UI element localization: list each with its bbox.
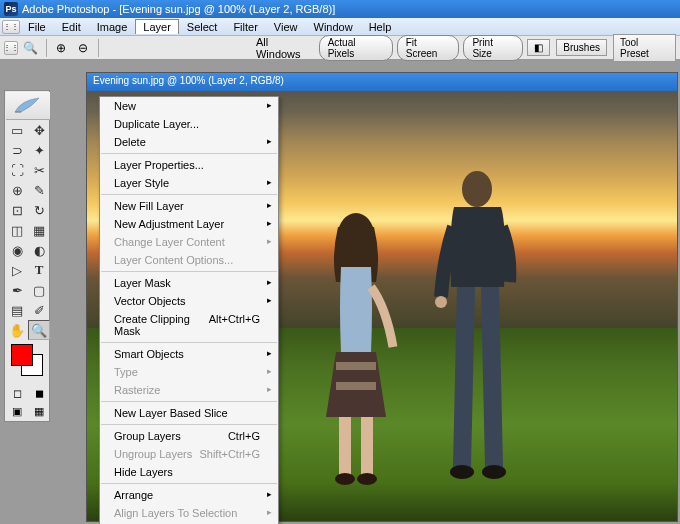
history-brush-tool[interactable]: ↻ xyxy=(28,200,50,220)
menu-file[interactable]: File xyxy=(20,19,54,35)
document-titlebar[interactable]: Evening sun.jpg @ 100% (Layer 2, RGB/8) xyxy=(87,73,677,91)
menu-item-label: Ungroup Layers xyxy=(114,448,192,460)
menu-item-arrange[interactable]: Arrange xyxy=(100,486,278,504)
menu-item-layer-content-options: Layer Content Options... xyxy=(100,251,278,269)
menu-item-create-clipping-mask[interactable]: Create Clipping MaskAlt+Ctrl+G xyxy=(100,310,278,340)
move-tool[interactable]: ✥ xyxy=(28,120,50,140)
brush-tool[interactable]: ✎ xyxy=(28,180,50,200)
toolbox: ▭ ✥ ⊃ ✦ ⛶ ✂ ⊕ ✎ ⊡ ↻ ◫ ▦ ◉ ◐ ▷ T ✒ ▢ ▤ ✐ … xyxy=(4,90,50,422)
options-bar: ⋮⋮ 🔍 ⊕ ⊖ All Windows Actual Pixels Fit S… xyxy=(0,36,680,60)
svg-point-4 xyxy=(357,473,377,485)
menu-window[interactable]: Window xyxy=(306,19,361,35)
screen-mode-1-icon[interactable]: ▣ xyxy=(6,402,28,420)
svg-point-8 xyxy=(435,296,447,308)
menu-select[interactable]: Select xyxy=(179,19,226,35)
gradient-tool[interactable]: ▦ xyxy=(28,220,50,240)
foreground-color-swatch[interactable] xyxy=(11,344,33,366)
optbar-grip[interactable]: ⋮⋮ xyxy=(4,41,18,55)
zoom-tool[interactable]: 🔍 xyxy=(28,320,50,340)
menu-image[interactable]: Image xyxy=(89,19,136,35)
menu-item-label: Layer Mask xyxy=(114,277,171,289)
menu-item-label: New xyxy=(114,100,136,112)
eyedropper-tool[interactable]: ✐ xyxy=(28,300,50,320)
window-title: Adobe Photoshop - [Evening sun.jpg @ 100… xyxy=(22,3,335,15)
zoom-out-mode-icon[interactable]: ⊖ xyxy=(74,39,92,57)
svg-point-10 xyxy=(482,465,506,479)
menu-item-label: Rasterize xyxy=(114,384,160,396)
menu-item-layer-style[interactable]: Layer Style xyxy=(100,174,278,192)
menu-item-rasterize: Rasterize xyxy=(100,381,278,399)
menu-item-label: Change Layer Content xyxy=(114,236,225,248)
menu-item-label: Delete xyxy=(114,136,146,148)
menu-item-smart-objects[interactable]: Smart Objects xyxy=(100,345,278,363)
svg-rect-5 xyxy=(336,362,376,370)
pen-tool[interactable]: ✒ xyxy=(6,280,28,300)
feather-icon xyxy=(13,96,43,116)
shape-tool[interactable]: ▢ xyxy=(28,280,50,300)
mode-grid: ◻ ◼ ▣ ▦ xyxy=(6,384,48,420)
menu-item-vector-objects[interactable]: Vector Objects xyxy=(100,292,278,310)
menu-item-label: Duplicate Layer... xyxy=(114,118,199,130)
menu-item-new[interactable]: New xyxy=(100,97,278,115)
path-tool[interactable]: ▷ xyxy=(6,260,28,280)
svg-rect-1 xyxy=(339,417,351,475)
menu-item-new-fill-layer[interactable]: New Fill Layer xyxy=(100,197,278,215)
menu-item-label: Create Clipping Mask xyxy=(114,313,209,337)
menu-edit[interactable]: Edit xyxy=(54,19,89,35)
menu-item-label: Layer Properties... xyxy=(114,159,204,171)
lasso-tool[interactable]: ⊃ xyxy=(6,140,28,160)
menu-filter[interactable]: Filter xyxy=(225,19,265,35)
tool-presets-palette-button[interactable]: Tool Preset xyxy=(613,34,676,62)
menu-item-new-layer-based-slice[interactable]: New Layer Based Slice xyxy=(100,404,278,422)
menu-item-layer-properties[interactable]: Layer Properties... xyxy=(100,156,278,174)
menu-item-label: Group Layers xyxy=(114,430,181,442)
menu-item-label: Align Layers To Selection xyxy=(114,507,237,519)
menu-view[interactable]: View xyxy=(266,19,306,35)
menu-bar: ⋮⋮ File Edit Image Layer Select Filter V… xyxy=(0,18,680,36)
slice-tool[interactable]: ✂ xyxy=(28,160,50,180)
blur-tool[interactable]: ◉ xyxy=(6,240,28,260)
actual-pixels-button[interactable]: Actual Pixels xyxy=(319,35,393,61)
menu-item-group-layers[interactable]: Group LayersCtrl+G xyxy=(100,427,278,445)
stamp-tool[interactable]: ⊡ xyxy=(6,200,28,220)
print-size-button[interactable]: Print Size xyxy=(463,35,523,61)
menu-separator xyxy=(101,342,277,343)
dodge-tool[interactable]: ◐ xyxy=(28,240,50,260)
separator xyxy=(46,39,47,57)
menu-item-label: New Fill Layer xyxy=(114,200,184,212)
menu-separator xyxy=(101,424,277,425)
svg-point-7 xyxy=(462,171,492,207)
layer-dropdown-menu: NewDuplicate Layer...DeleteLayer Propert… xyxy=(99,96,279,524)
menu-item-delete[interactable]: Delete xyxy=(100,133,278,151)
menubar-grip[interactable]: ⋮⋮ xyxy=(2,20,20,34)
tool-grid: ▭ ✥ ⊃ ✦ ⛶ ✂ ⊕ ✎ ⊡ ↻ ◫ ▦ ◉ ◐ ▷ T ✒ ▢ ▤ ✐ … xyxy=(6,120,48,340)
menu-item-hide-layers[interactable]: Hide Layers xyxy=(100,463,278,481)
notes-tool[interactable]: ▤ xyxy=(6,300,28,320)
crop-tool[interactable]: ⛶ xyxy=(6,160,28,180)
screen-mode-2-icon[interactable]: ▦ xyxy=(28,402,50,420)
menu-item-new-adjustment-layer[interactable]: New Adjustment Layer xyxy=(100,215,278,233)
fg-bg-colors[interactable] xyxy=(11,344,43,376)
fit-screen-button[interactable]: Fit Screen xyxy=(397,35,460,61)
menu-layer[interactable]: Layer xyxy=(135,19,179,34)
color-picker xyxy=(6,340,48,380)
menu-item-label: Vector Objects xyxy=(114,295,186,307)
palette-toggle-icon[interactable]: ◧ xyxy=(527,39,550,56)
zoom-in-mode-icon[interactable]: ⊕ xyxy=(53,39,71,57)
menu-item-type: Type xyxy=(100,363,278,381)
zoom-in-icon[interactable]: 🔍 xyxy=(22,39,40,57)
hand-tool[interactable]: ✋ xyxy=(6,320,28,340)
wand-tool[interactable]: ✦ xyxy=(28,140,50,160)
marquee-tool[interactable]: ▭ xyxy=(6,120,28,140)
brushes-palette-button[interactable]: Brushes xyxy=(556,39,607,56)
quickmask-mode-icon[interactable]: ◼ xyxy=(28,384,50,402)
standard-mode-icon[interactable]: ◻ xyxy=(6,384,28,402)
menu-help[interactable]: Help xyxy=(361,19,400,35)
toolbox-header[interactable] xyxy=(6,92,50,120)
healing-tool[interactable]: ⊕ xyxy=(6,180,28,200)
menu-item-duplicate-layer[interactable]: Duplicate Layer... xyxy=(100,115,278,133)
type-tool[interactable]: T xyxy=(28,260,50,280)
menu-item-layer-mask[interactable]: Layer Mask xyxy=(100,274,278,292)
eraser-tool[interactable]: ◫ xyxy=(6,220,28,240)
menu-separator xyxy=(101,271,277,272)
